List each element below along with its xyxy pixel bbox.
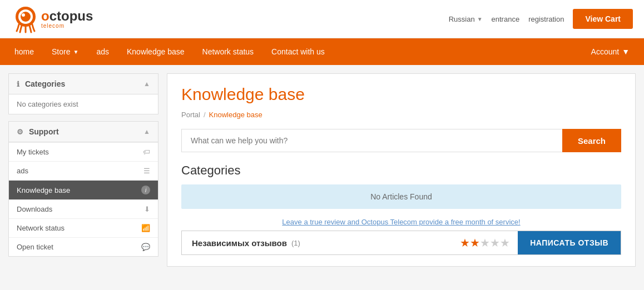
review-bar: Независимых отзывов (1) ★ ★ ★ ★ ★ НАПИСА… [181,231,621,255]
categories-body: No categories exist [9,94,158,114]
sidebar-item-open-ticket[interactable]: Open ticket 💬 [9,237,158,256]
star-2-icon: ★ [470,236,480,249]
categories-chevron-icon[interactable]: ▲ [143,80,150,88]
language-selector[interactable]: Russian ▼ [449,15,483,23]
sidebar-item-my-tickets[interactable]: My tickets 🏷 [9,142,158,161]
nav-item-store[interactable]: Store ▼ [43,38,87,65]
star-1-icon: ★ [460,236,470,249]
support-header: ⚙ Support ▲ [9,122,158,142]
sidebar-item-knowledge-base[interactable]: Knowledge base i [9,180,158,199]
registration-link[interactable]: registration [528,15,564,23]
content-area: Knowledge base Portal / Knowledge base S… [167,73,636,267]
logo[interactable]: octopus telecom [11,4,93,33]
store-arrow-icon: ▼ [73,49,79,55]
brand-name: octopus telecom [41,9,93,29]
stars-rating: ★ ★ ★ ★ ★ [452,236,518,249]
star-4-icon: ★ [490,236,500,249]
breadcrumb-sep: / [204,111,206,119]
support-section: ⚙ Support ▲ My tickets 🏷 ads ☰ Knowledge… [8,121,158,257]
no-articles-message: No Articles Found [181,184,621,209]
star-5-icon: ★ [500,236,510,249]
entrance-link[interactable]: entrance [492,15,520,23]
nav-item-home[interactable]: home [6,38,43,65]
comment-icon: 💬 [141,243,150,251]
main-nav: home Store ▼ ads Knowledge base Network … [0,38,644,65]
review-label: Независимых отзывов (1) [182,232,452,254]
search-input[interactable] [181,129,562,152]
breadcrumb: Portal / Knowledge base [181,111,621,119]
review-count: (1) [291,239,300,247]
main-content: ℹ Categories ▲ No categories exist ⚙ Sup… [0,65,644,275]
account-arrow-icon: ▼ [622,47,630,56]
nav-item-ads[interactable]: ads [87,38,118,65]
top-right-controls: Russian ▼ entrance registration View Car… [449,9,633,29]
page-title: Knowledge base [181,85,621,104]
sidebar: ℹ Categories ▲ No categories exist ⚙ Sup… [8,73,158,267]
octopus-logo-icon [11,4,40,33]
review-promo-link[interactable]: Leave a true review and Octopus Telecom … [181,218,621,226]
categories-header: ℹ Categories ▲ [9,74,158,94]
star-3-icon: ★ [480,236,490,249]
categories-title: Categories [181,163,621,178]
nav-item-contact[interactable]: Contact with us [262,38,334,65]
download-icon: ⬇ [144,205,150,213]
info-icon: ℹ [17,80,19,88]
view-cart-button[interactable]: View Cart [573,9,633,29]
nav-account[interactable]: Account ▼ [582,38,638,65]
search-row: Search [181,129,621,152]
search-button[interactable]: Search [562,129,621,152]
svg-point-3 [22,13,25,17]
svg-point-2 [21,12,31,22]
categories-section: ℹ Categories ▲ No categories exist [8,73,158,114]
top-bar: octopus telecom Russian ▼ entrance regis… [0,0,644,38]
brand-title: octopus [41,9,93,23]
write-review-button[interactable]: НАПИСАТЬ ОТЗЫВ [518,231,621,254]
nav-item-network-status[interactable]: Network status [194,38,263,65]
signal-icon: 📶 [141,224,150,232]
lang-arrow-icon: ▼ [477,16,483,22]
support-icon: ⚙ [17,128,23,136]
sidebar-item-ads[interactable]: ads ☰ [9,161,158,180]
sidebar-item-network-status[interactable]: Network status 📶 [9,218,158,237]
breadcrumb-current-link[interactable]: Knowledge base [209,111,262,119]
ticket-icon: 🏷 [143,148,150,156]
support-chevron-icon[interactable]: ▲ [143,128,150,136]
knowledge-base-info-icon: i [141,186,150,194]
list-icon: ☰ [143,167,150,175]
nav-item-knowledge-base[interactable]: Knowledge base [118,38,194,65]
sidebar-item-downloads[interactable]: Downloads ⬇ [9,199,158,218]
brand-subtitle: telecom [41,23,93,29]
